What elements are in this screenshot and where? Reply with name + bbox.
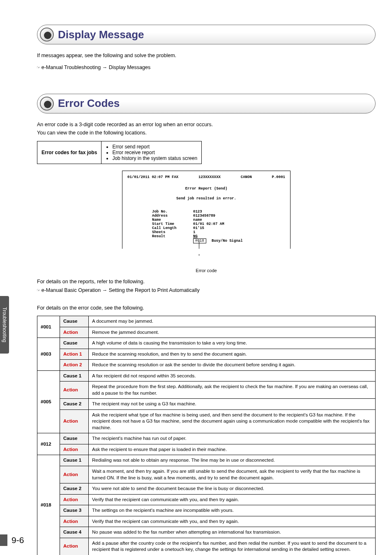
table-row: #003CauseA high volume of data is causin…	[37, 338, 376, 349]
error-desc-cell: A fax recipient did not respond within 3…	[89, 370, 376, 382]
table-row: ActionRepeat the procedure from the firs…	[37, 382, 376, 399]
report-result-code: #018	[193, 238, 206, 243]
error-label-cell: Cause 2	[60, 399, 89, 410]
error-desc-cell: No pause was added to the fax number whe…	[89, 527, 376, 538]
report-row: Start Time01/01 02:07 AM	[152, 222, 285, 226]
error-label-cell: Action 1	[60, 349, 89, 360]
error-label-cell: Cause 1	[60, 455, 89, 466]
sidebar-tab: Troubleshooting	[0, 296, 9, 354]
small-table-item: Job history in the system status screen	[112, 155, 197, 161]
error-codes-for-fax-jobs-table: Error codes for fax jobs Error send repo…	[37, 141, 202, 164]
details2: For details on the error code, see the f…	[37, 304, 376, 312]
report-row: Sheets1	[152, 230, 285, 234]
error-code-cell: #012	[37, 433, 60, 455]
error-desc-cell: Redialing was not able to obtain any res…	[89, 455, 376, 466]
table-row: Action 1Reduce the scanning resolution, …	[37, 349, 376, 360]
table-row: Cause 3The settings on the recipient's m…	[37, 505, 376, 516]
error-report-sample: 01/01/2011 02:07 PM FAX 123XXXXXXX CANON…	[122, 171, 291, 252]
report-result-reason: Busy/No Signal	[212, 239, 243, 243]
page-number-container: 9-6	[12, 534, 24, 546]
error-code-cell: #001	[37, 316, 60, 338]
error-label-cell: Cause 3	[60, 505, 89, 516]
error-code-cell: #003	[37, 338, 60, 371]
details1-ref: ☞ e-Manual Basic Operation → Setting the…	[37, 287, 376, 294]
error-desc-cell: Ask the recipient to ensure that paper i…	[89, 444, 376, 455]
error-desc-cell: You were not able to send the document b…	[89, 483, 376, 495]
error-desc-cell: Verify that the recipient can communicat…	[89, 516, 376, 527]
table-row: ActionWait a moment, and then try again.…	[37, 466, 376, 483]
report-top-left: 01/01/2011 02:07 PM FAX	[127, 175, 178, 179]
report-row: Namename	[152, 218, 285, 222]
table-row: ActionRemove the jammed document.	[37, 327, 376, 338]
report-sub: Send job resulted in error.	[127, 197, 285, 201]
error-codes-heading: Error Codes	[37, 94, 376, 113]
small-table-item: Error receive report	[112, 150, 197, 155]
error-label-cell: Action	[60, 409, 89, 433]
error-desc-cell: The settings on the recipient's machine …	[89, 505, 376, 516]
error-desc-cell: Add a pause after the country code or th…	[89, 538, 376, 555]
error-desc-cell: The recipient may not be using a G3 fax …	[89, 399, 376, 410]
error-desc-cell: The recipient's machine has run out of p…	[89, 433, 376, 444]
error-label-cell: Cause 4	[60, 527, 89, 538]
bullet-icon	[40, 28, 54, 42]
table-row: ActionAsk the recipient to ensure that p…	[37, 444, 376, 455]
table-row: ActionVerify that the recipient can comm…	[37, 494, 376, 505]
display-message-heading: Display Message	[37, 25, 376, 44]
small-table-items: Error send reportError receive reportJob…	[106, 144, 197, 161]
error-desc-cell: A document may be jammed.	[89, 316, 376, 327]
error-label-cell: Cause	[60, 433, 89, 444]
error-desc-cell: Reduce the scanning resolution, and then…	[89, 349, 376, 360]
report-row: Address0123456789	[152, 214, 285, 218]
report-result-ng: NG	[193, 234, 198, 238]
table-row: Cause 4No pause was added to the fax num…	[37, 527, 376, 538]
table-row: Cause 2The recipient may not be using a …	[37, 399, 376, 410]
report-result-label: Result	[152, 234, 193, 238]
table-row: ActionAsk the recipient what type of fax…	[37, 409, 376, 433]
error-desc-cell: Reduce the scanning resolution or ask th…	[89, 360, 376, 371]
table-row: #005Cause 1A fax recipient did not respo…	[37, 370, 376, 382]
section2-intro1: An error code is a 3-digit code recorded…	[37, 121, 376, 129]
small-table-item: Error send report	[112, 144, 197, 150]
section1-intro: If messages appear, see the following an…	[37, 52, 376, 60]
page-number: 9-6	[12, 535, 24, 545]
error-desc-cell: Verify that the recipient can communicat…	[89, 494, 376, 505]
error-label-cell: Cause 2	[60, 483, 89, 495]
error-code-caption: Error code	[37, 268, 376, 273]
error-desc-cell: A high volume of data is causing the tra…	[89, 338, 376, 349]
section1-ref: ☞ e-Manual Troubleshooting → Display Mes…	[37, 64, 376, 72]
error-desc-cell: Ask the recipient what type of fax machi…	[89, 409, 376, 433]
error-code-cell: #005	[37, 370, 60, 433]
section1-ref-text: e-Manual Troubleshooting → Display Messa…	[42, 65, 150, 70]
error-label-cell: Action	[60, 466, 89, 483]
details1-ref-text: e-Manual Basic Operation → Setting the R…	[42, 287, 200, 293]
error-label-cell: Action	[60, 444, 89, 455]
error-label-cell: Cause	[60, 316, 89, 327]
report-top-mid1: 123XXXXXXX	[198, 175, 221, 179]
error-label-cell: Action	[60, 516, 89, 527]
table-row: #018Cause 1Redialing was not able to obt…	[37, 455, 376, 466]
footer-bar	[0, 534, 7, 546]
error-label-cell: Cause 1	[60, 370, 89, 382]
report-title: Error Report (Send)	[127, 187, 285, 191]
error-label-cell: Action	[60, 327, 89, 338]
error-code-table: #001CauseA document may be jammed.Action…	[37, 316, 376, 555]
error-code-cell: #018	[37, 455, 60, 555]
table-row: ActionAdd a pause after the country code…	[37, 538, 376, 555]
details1: For details on the reports, refer to the…	[37, 278, 376, 286]
table-row: Action 2Reduce the scanning resolution o…	[37, 360, 376, 371]
error-desc-cell: Remove the jammed document.	[89, 327, 376, 338]
report-row: Job No.0123	[152, 210, 285, 214]
error-desc-cell: Wait a moment, and then try again. If yo…	[89, 466, 376, 483]
table-row: #001CauseA document may be jammed.	[37, 316, 376, 327]
error-label-cell: Action 2	[60, 360, 89, 371]
section2-intro2: You can view the code in the following l…	[37, 129, 376, 137]
report-top-mid2: CANON	[241, 175, 252, 179]
section2-title: Error Codes	[58, 97, 120, 110]
small-table-header: Error codes for fax jobs	[37, 141, 101, 164]
table-row: #012CauseThe recipient's machine has run…	[37, 433, 376, 444]
bullet-icon	[40, 97, 54, 111]
error-label-cell: Action	[60, 538, 89, 555]
error-desc-cell: Repeat the procedure from the first step…	[89, 382, 376, 399]
error-label-cell: Cause	[60, 338, 89, 349]
error-label-cell: Action	[60, 494, 89, 505]
